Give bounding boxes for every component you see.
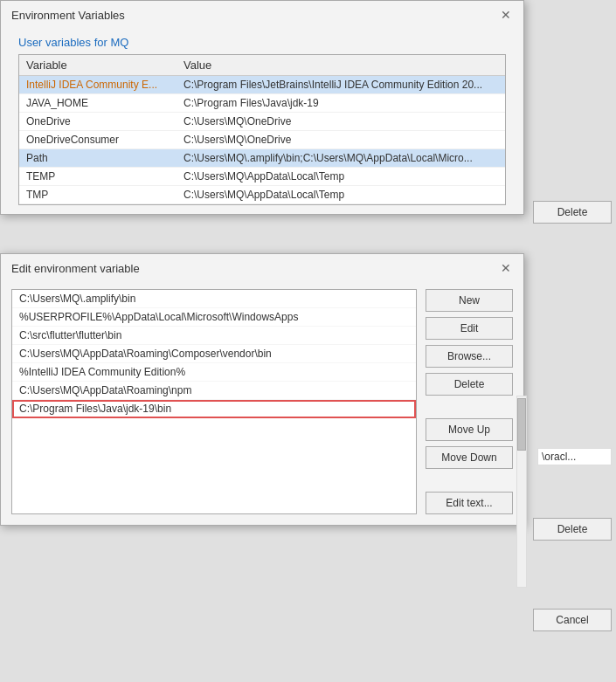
env-dialog-titlebar: Environment Variables ✕ [1, 1, 523, 27]
oracle-text: \oracl... [537, 448, 612, 465]
new-button[interactable]: New [426, 289, 513, 312]
table-cell-variable: TMP [19, 186, 176, 204]
table-row[interactable]: OneDriveC:\Users\MQ\OneDrive [19, 113, 505, 131]
delete-button[interactable]: Delete [426, 373, 513, 396]
path-list: C:\Users\MQ\.amplify\bin%USERPROFILE%\Ap… [11, 289, 417, 514]
path-list-item[interactable]: %USERPROFILE%\AppData\Local\Microsoft\Wi… [12, 308, 416, 327]
edit-button[interactable]: Edit [426, 317, 513, 340]
table-row[interactable]: TEMPC:\Users\MQ\AppData\Local\Temp [19, 168, 505, 186]
table-cell-value: C:\Users\MQ\OneDrive [176, 113, 505, 131]
table-cell-value: C:\Program Files\Java\jdk-19 [176, 94, 505, 113]
move-up-button[interactable]: Move Up [426, 418, 513, 441]
path-list-item[interactable]: C:\Users\MQ\AppData\Roaming\Composer\ven… [12, 345, 416, 363]
browse-button[interactable]: Browse... [426, 345, 513, 368]
path-list-item[interactable]: C:\Program Files\Java\jdk-19\bin [12, 400, 416, 418]
table-cell-value: C:\Users\MQ\AppData\Local\Temp [176, 186, 505, 204]
edit-text-button[interactable]: Edit text... [426, 492, 513, 514]
env-variables-dialog: Environment Variables ✕ User variables f… [0, 0, 524, 215]
table-row[interactable]: JAVA_HOMEC:\Program Files\Java\jdk-19 [19, 94, 505, 113]
env-dialog-close-button[interactable]: ✕ [499, 8, 513, 22]
user-variables-table-container: Variable Value IntelliJ IDEA Community E… [18, 54, 506, 205]
table-cell-value: C:\Users\MQ\.amplify\bin;C:\Users\MQ\App… [176, 149, 505, 168]
table-cell-variable: OneDrive [19, 113, 176, 131]
table-cell-variable: TEMP [19, 168, 176, 186]
edit-action-buttons: New Edit Browse... Delete Move Up Move D… [426, 289, 513, 514]
table-cell-variable: IntelliJ IDEA Community E... [19, 76, 176, 94]
scrollbar[interactable] [516, 396, 527, 588]
move-down-button[interactable]: Move Down [426, 446, 513, 469]
env-dialog-title: Environment Variables [11, 9, 125, 22]
edit-dialog-body: C:\Users\MQ\.amplify\bin%USERPROFILE%\Ap… [1, 280, 523, 525]
path-list-item[interactable]: %IntelliJ IDEA Community Edition% [12, 363, 416, 382]
table-cell-value: C:\Users\MQ\AppData\Local\Temp [176, 168, 505, 186]
user-variables-header: User variables for MQ [1, 27, 523, 54]
table-row[interactable]: PathC:\Users\MQ\.amplify\bin;C:\Users\MQ… [19, 149, 505, 168]
edit-dialog-titlebar: Edit environment variable ✕ [1, 254, 523, 280]
table-cell-variable: JAVA_HOME [19, 94, 176, 113]
path-list-item[interactable]: C:\src\flutter\flutter\bin [12, 327, 416, 345]
path-list-item[interactable]: C:\Users\MQ\.amplify\bin [12, 290, 416, 308]
table-cell-variable: OneDriveConsumer [19, 131, 176, 149]
edit-dialog-close-button[interactable]: ✕ [499, 261, 513, 275]
edit-env-dialog: Edit environment variable ✕ C:\Users\MQ\… [0, 253, 524, 526]
cancel-button[interactable]: Cancel [533, 609, 612, 631]
path-list-item[interactable]: C:\Users\MQ\AppData\Roaming\npm [12, 382, 416, 400]
table-row[interactable]: IntelliJ IDEA Community E...C:\Program F… [19, 76, 505, 94]
table-cell-value: C:\Users\MQ\OneDrive [176, 131, 505, 149]
col-header-variable: Variable [19, 55, 176, 76]
scrollbar-thumb[interactable] [517, 398, 526, 451]
user-variables-table: Variable Value IntelliJ IDEA Community E… [19, 55, 505, 204]
table-row[interactable]: TMPC:\Users\MQ\AppData\Local\Temp [19, 186, 505, 204]
right-delete-button-2[interactable]: Delete [533, 518, 612, 541]
right-delete-button[interactable]: Delete [533, 201, 612, 224]
edit-dialog-title: Edit environment variable [11, 262, 140, 275]
col-header-value: Value [176, 55, 505, 76]
table-row[interactable]: OneDriveConsumerC:\Users\MQ\OneDrive [19, 131, 505, 149]
table-header-row: Variable Value [19, 55, 505, 76]
table-cell-variable: Path [19, 149, 176, 168]
table-cell-value: C:\Program Files\JetBrains\IntelliJ IDEA… [176, 76, 505, 94]
